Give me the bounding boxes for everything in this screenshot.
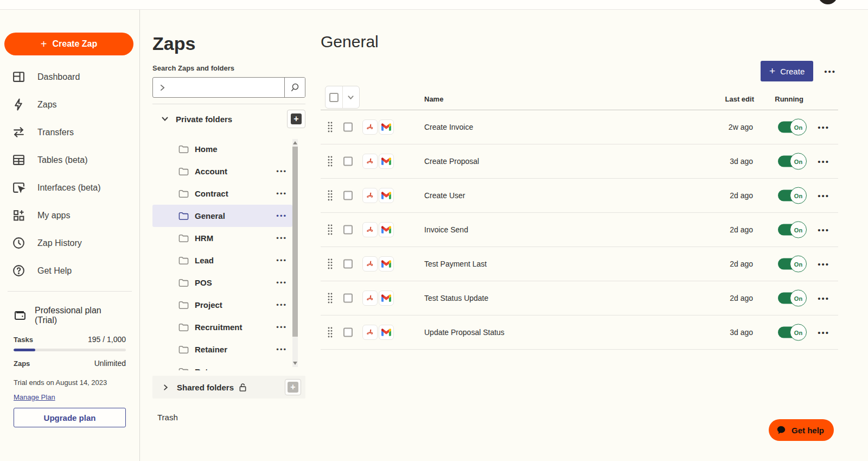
row-checkbox[interactable] xyxy=(343,294,353,303)
gmail-app-icon xyxy=(379,222,394,237)
folder-options-button[interactable]: ••• xyxy=(822,65,838,78)
row-checkbox[interactable] xyxy=(343,123,353,132)
zap-name[interactable]: Create User xyxy=(424,191,465,200)
toolbar: + Create ••• xyxy=(321,61,838,81)
folder-item-account[interactable]: Account ••• xyxy=(152,160,292,182)
folder-item-pos[interactable]: POS ••• xyxy=(152,271,292,294)
zap-on-toggle[interactable]: On xyxy=(778,122,803,133)
search-input[interactable] xyxy=(171,78,284,97)
sidebar-item-interfaces[interactable]: Interfaces (beta) xyxy=(4,174,135,201)
folder-menu-button[interactable]: ••• xyxy=(276,167,287,175)
folder-menu-button[interactable]: ••• xyxy=(276,345,287,353)
folder-list-scrollbar[interactable] xyxy=(292,139,298,367)
scroll-down-arrow[interactable] xyxy=(293,362,297,365)
upgrade-plan-button[interactable]: Upgrade plan xyxy=(14,408,126,427)
scroll-up-arrow[interactable] xyxy=(293,141,297,144)
folder-list: Home Account ••• Contract ••• General ••… xyxy=(152,138,305,370)
app-icons xyxy=(362,256,394,271)
create-zap-label: Create Zap xyxy=(52,39,97,49)
private-folders-header[interactable]: Private folders + xyxy=(152,106,305,131)
zap-menu-button[interactable]: ••• xyxy=(815,155,832,168)
drag-handle-icon[interactable] xyxy=(327,326,333,338)
drag-handle-icon[interactable] xyxy=(327,121,333,133)
sidebar-item-dashboard[interactable]: Dashboard xyxy=(4,63,135,91)
zap-row: Create Invoice 2w ago On ••• xyxy=(321,110,838,144)
zap-menu-button[interactable]: ••• xyxy=(815,292,832,305)
lock-icon xyxy=(239,383,247,392)
zap-on-toggle[interactable]: On xyxy=(778,224,803,236)
zap-on-toggle[interactable]: On xyxy=(778,327,803,338)
row-checkbox[interactable] xyxy=(343,191,353,200)
select-all-checkbox[interactable] xyxy=(329,93,339,102)
nav-label: My apps xyxy=(37,211,70,220)
row-checkbox[interactable] xyxy=(343,328,353,337)
trash-link[interactable]: Trash xyxy=(152,413,305,422)
nav-label: Interfaces (beta) xyxy=(37,183,101,193)
folder-menu-button[interactable]: ••• xyxy=(276,279,287,287)
zap-on-toggle[interactable]: On xyxy=(778,258,803,270)
create-zap-button[interactable]: + Create Zap xyxy=(4,33,133,55)
folder-menu-button[interactable]: ••• xyxy=(276,301,287,309)
sidebar-item-transfers[interactable]: Transfers xyxy=(4,118,135,146)
drag-handle-icon[interactable] xyxy=(327,258,333,270)
folder-item-hrm[interactable]: HRM ••• xyxy=(152,227,292,249)
zap-name[interactable]: Test Status Update xyxy=(424,294,488,302)
row-checkbox[interactable] xyxy=(343,260,353,269)
toggle-on-label: On xyxy=(790,290,807,307)
sidebar-item-tables[interactable]: Tables (beta) xyxy=(4,146,135,174)
user-avatar[interactable] xyxy=(818,0,838,4)
zap-menu-button[interactable]: ••• xyxy=(815,121,832,134)
drag-handle-icon[interactable] xyxy=(327,292,333,304)
zap-name[interactable]: Create Invoice xyxy=(424,123,473,131)
add-shared-folder-button[interactable]: + xyxy=(285,379,301,395)
folder-item-contract[interactable]: Contract ••• xyxy=(152,182,292,205)
drag-handle-icon[interactable] xyxy=(327,190,333,201)
gmail-app-icon xyxy=(379,154,394,169)
folder-menu-button[interactable]: ••• xyxy=(276,234,287,242)
folder-menu-button[interactable]: ••• xyxy=(276,323,287,331)
zap-menu-button[interactable]: ••• xyxy=(815,223,832,237)
sidebar-item-my-apps[interactable]: My apps xyxy=(4,201,135,229)
row-checkbox[interactable] xyxy=(343,225,353,235)
zap-last-edit: 2d ago xyxy=(730,260,753,268)
zap-name[interactable]: Create Proposal xyxy=(424,157,479,166)
folder-item-recruitment[interactable]: Recruitment ••• xyxy=(152,316,292,338)
sidebar-item-zap-history[interactable]: Zap History xyxy=(4,229,135,257)
folder-label: Retainer xyxy=(195,345,227,354)
folder-menu-button[interactable]: ••• xyxy=(276,212,287,220)
zap-menu-button[interactable]: ••• xyxy=(815,257,832,271)
nav-label: Dashboard xyxy=(37,72,80,82)
zap-name[interactable]: Update Proposal Status xyxy=(424,328,505,337)
app-icons xyxy=(362,188,394,203)
folder-menu-button[interactable]: ••• xyxy=(276,190,287,198)
sidebar-item-zaps[interactable]: Zaps xyxy=(4,91,135,118)
folder-item-project[interactable]: Project ••• xyxy=(152,294,292,316)
zap-menu-button[interactable]: ••• xyxy=(815,326,832,339)
folder-label: Home xyxy=(195,144,218,154)
sidebar-item-get-help[interactable]: Get Help xyxy=(4,257,135,285)
zap-on-toggle[interactable]: On xyxy=(778,293,803,304)
folder-item-clipped[interactable]: Ret xyxy=(152,361,292,370)
get-help-button[interactable]: Get help xyxy=(769,419,834,441)
search-button[interactable] xyxy=(284,78,305,97)
shared-folders-header[interactable]: Shared folders + xyxy=(152,376,305,399)
folders-panel: Zaps Search Zaps and folders Private fol… xyxy=(140,10,312,461)
zap-on-toggle[interactable]: On xyxy=(778,156,803,167)
select-all-combo[interactable] xyxy=(325,86,360,109)
zap-name[interactable]: Test Payment Last xyxy=(424,260,487,268)
add-private-folder-button[interactable]: + xyxy=(287,110,305,128)
drag-handle-icon[interactable] xyxy=(327,155,333,167)
folder-item-lead[interactable]: Lead ••• xyxy=(152,249,292,271)
zap-name[interactable]: Invoice Send xyxy=(424,225,468,234)
drag-handle-icon[interactable] xyxy=(327,224,333,236)
folder-menu-button[interactable]: ••• xyxy=(276,256,287,264)
folder-item-home[interactable]: Home xyxy=(152,138,292,160)
folder-item-retainer[interactable]: Retainer ••• xyxy=(152,338,292,361)
zap-menu-button[interactable]: ••• xyxy=(815,189,832,203)
folder-item-general[interactable]: General ••• xyxy=(152,205,292,227)
row-checkbox[interactable] xyxy=(343,157,353,166)
create-button[interactable]: + Create xyxy=(761,61,813,81)
zap-on-toggle[interactable]: On xyxy=(778,190,803,201)
scrollbar-thumb[interactable] xyxy=(292,147,298,337)
manage-plan-link[interactable]: Manage Plan xyxy=(14,393,55,401)
